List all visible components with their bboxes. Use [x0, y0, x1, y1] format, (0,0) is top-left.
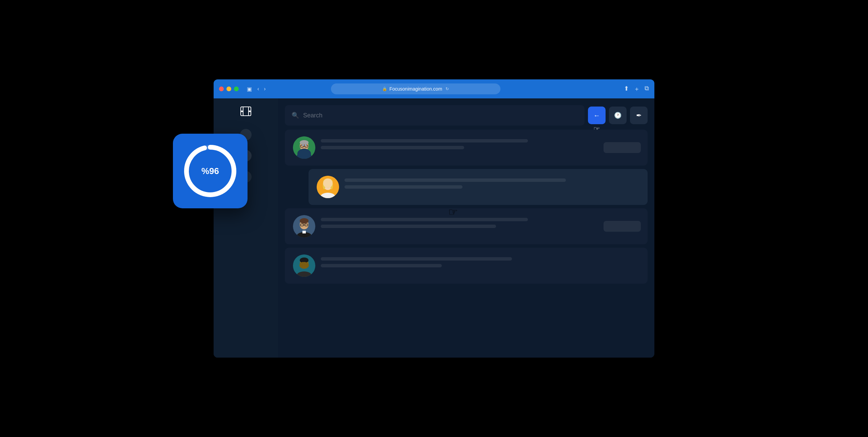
svg-point-40 — [186, 170, 189, 172]
post-card-4 — [285, 248, 648, 284]
skeleton-line — [321, 257, 512, 261]
post-content-2 — [344, 176, 639, 189]
lock-icon: 🔒 — [382, 87, 387, 91]
skeleton-line — [321, 139, 528, 142]
post-action-button-3[interactable] — [604, 221, 641, 232]
svg-point-19 — [326, 184, 327, 186]
svg-rect-34 — [300, 263, 301, 267]
browser-titlebar: ▣ ‹ › 🔒 Focusonimagination.com ↻ ⬆ ＋ ⧉ — [214, 79, 654, 98]
progress-circle: %96 — [183, 144, 237, 198]
pen-icon: ✒ — [636, 111, 642, 119]
post-action-button-1[interactable] — [604, 142, 641, 153]
forward-nav-button[interactable]: › — [262, 85, 267, 93]
svg-point-5 — [293, 136, 315, 159]
svg-rect-23 — [302, 231, 306, 233]
svg-point-18 — [330, 181, 333, 189]
nav-arrows: ‹ › — [256, 85, 267, 93]
svg-rect-7 — [303, 151, 305, 155]
avatar-person-3 — [293, 215, 315, 238]
browser-window: ▣ ‹ › 🔒 Focusonimagination.com ↻ ⬆ ＋ ⧉ — [214, 79, 654, 358]
clock-icon: 🕐 — [614, 112, 622, 119]
post-content-4 — [321, 254, 639, 267]
url-text: Focusonimagination.com — [389, 86, 442, 92]
svg-point-41 — [232, 170, 235, 172]
skeleton-line — [321, 218, 528, 221]
post-card-1 — [285, 130, 648, 166]
post-content-3 — [321, 215, 639, 228]
new-tab-icon[interactable]: ＋ — [634, 85, 640, 93]
share-icon[interactable]: ⬆ — [624, 85, 629, 93]
back-nav-button[interactable]: ‹ — [256, 85, 260, 93]
svg-rect-35 — [302, 262, 303, 267]
back-action-button[interactable]: ← ☞ — [588, 107, 606, 124]
search-input[interactable]: Search — [303, 112, 578, 119]
svg-point-4 — [249, 111, 251, 112]
main-area: 🔍 Search ← ☞ 🕐 ✒ — [278, 98, 654, 358]
sidebar-logo — [240, 107, 251, 118]
avatar-person-1 — [293, 136, 315, 159]
refresh-icon: ↻ — [446, 87, 449, 91]
maximize-button[interactable] — [234, 87, 239, 91]
post-card-3 — [285, 208, 648, 244]
search-bar[interactable]: 🔍 Search — [285, 105, 585, 126]
svg-point-17 — [323, 181, 326, 189]
pen-action-button[interactable]: ✒ — [630, 107, 648, 124]
skeleton-line — [321, 264, 442, 267]
skeleton-line — [321, 225, 496, 228]
clock-action-button[interactable]: 🕐 — [609, 107, 627, 124]
search-icon: 🔍 — [292, 112, 299, 119]
avatar-person-2 — [317, 176, 339, 198]
skeleton-line — [321, 146, 464, 149]
back-icon: ← — [593, 112, 600, 119]
svg-rect-36 — [304, 262, 305, 267]
svg-point-3 — [241, 111, 243, 112]
traffic-lights — [219, 87, 239, 91]
circle-widget: %96 — [173, 134, 248, 208]
skeleton-line — [344, 185, 462, 189]
svg-point-9 — [300, 140, 309, 145]
browser-content: 🔍 Search ← ☞ 🕐 ✒ — [214, 98, 654, 358]
address-bar[interactable]: 🔒 Focusonimagination.com ↻ — [331, 83, 500, 94]
post-card-2 — [309, 169, 648, 205]
svg-point-20 — [329, 184, 330, 186]
browser-actions: ⬆ ＋ ⧉ — [624, 85, 649, 93]
post-card-2-wrapper: ☞ — [285, 169, 648, 205]
close-button[interactable] — [219, 87, 224, 91]
skeleton-line — [344, 178, 566, 182]
tabs-icon[interactable]: ⧉ — [645, 85, 649, 93]
post-content-1 — [321, 136, 639, 149]
svg-point-16 — [323, 178, 333, 185]
sidebar-toggle-icon[interactable]: ▣ — [247, 86, 252, 92]
posts-area: ☞ — [285, 130, 648, 351]
svg-point-25 — [300, 218, 309, 224]
minimize-button[interactable] — [226, 87, 231, 91]
avatar-person-4 — [293, 254, 315, 277]
percentage-text: %96 — [201, 166, 219, 176]
svg-rect-37 — [306, 263, 308, 267]
svg-point-6 — [297, 152, 312, 159]
